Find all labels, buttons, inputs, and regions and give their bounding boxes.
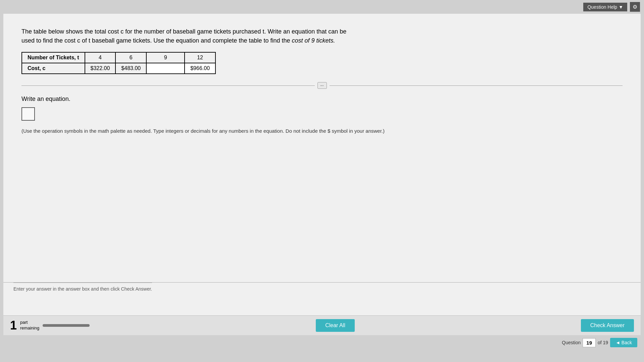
table-cell-tickets-4: 4 bbox=[85, 52, 116, 63]
divider-row: ··· bbox=[21, 82, 623, 89]
top-bar: Question Help ▼ ⚙ bbox=[0, 0, 644, 14]
question-help-button[interactable]: Question Help ▼ bbox=[583, 3, 627, 11]
answer-box-container bbox=[21, 107, 623, 122]
table-header-cost: Cost, c bbox=[22, 63, 85, 74]
chevron-down-icon: ▼ bbox=[618, 4, 623, 10]
table-cell-cost-4: $322.00 bbox=[85, 63, 116, 74]
table-cell-tickets-12: 12 bbox=[185, 52, 215, 63]
gear-icon: ⚙ bbox=[633, 4, 637, 10]
part-label-line2: remaining bbox=[20, 325, 39, 331]
table-row-tickets: Number of Tickets, t 4 6 9 12 bbox=[22, 52, 215, 63]
problem-text-part2: used to find the cost c of t baseball ga… bbox=[21, 37, 290, 44]
ticket-table: Number of Tickets, t 4 6 9 12 Cost, c $3… bbox=[21, 52, 216, 74]
content-area: The table below shows the total cost c f… bbox=[11, 20, 633, 255]
question-help-label: Question Help bbox=[587, 4, 617, 10]
problem-text-italic: cost of 9 tickets. bbox=[292, 37, 335, 44]
problem-description: The table below shows the total cost c f… bbox=[21, 27, 623, 45]
progress-bar-fill bbox=[43, 324, 90, 327]
part-label: part remaining bbox=[20, 320, 39, 331]
divider-line-right bbox=[330, 85, 623, 86]
main-content: The table below shows the total cost c f… bbox=[3, 14, 641, 315]
write-equation-label: Write an equation. bbox=[21, 96, 623, 103]
back-button[interactable]: ◄ Back bbox=[610, 338, 637, 347]
answer-instructions-text: Enter your answer in the answer box and … bbox=[13, 283, 152, 292]
table-cell-cost-6: $483.00 bbox=[115, 63, 146, 74]
divider-line-left bbox=[21, 85, 315, 86]
answer-instructions-bar: Enter your answer in the answer box and … bbox=[3, 282, 641, 295]
expand-button[interactable]: ··· bbox=[317, 82, 327, 89]
part-number: 1 bbox=[10, 319, 17, 331]
check-answer-button[interactable]: Check Answer bbox=[581, 319, 634, 332]
of-total-label: of 19 bbox=[598, 340, 608, 345]
table-cell-cost-12: $966.00 bbox=[185, 63, 215, 74]
table-cell-tickets-6: 6 bbox=[115, 52, 146, 63]
problem-text-part1: The table below shows the total cost c f… bbox=[21, 28, 346, 35]
table-row-cost: Cost, c $322.00 $483.00 $966.00 bbox=[22, 63, 215, 74]
clear-all-button[interactable]: Clear All bbox=[316, 319, 355, 332]
question-number-box: 19 bbox=[583, 338, 596, 347]
cost-9-input[interactable] bbox=[152, 65, 179, 71]
table-cell-tickets-9: 9 bbox=[146, 52, 185, 63]
equation-answer-box[interactable] bbox=[21, 107, 35, 121]
bottom-bar: 1 part remaining Clear All Check Answer bbox=[3, 315, 641, 335]
table-header-tickets: Number of Tickets, t bbox=[22, 52, 85, 63]
nav-footer: Question 19 of 19 ◄ Back bbox=[0, 335, 644, 350]
progress-bar bbox=[43, 324, 90, 327]
instructions-text: (Use the operation symbols in the math p… bbox=[21, 127, 623, 135]
part-label-line1: part bbox=[20, 320, 39, 325]
question-label: Question bbox=[562, 340, 581, 345]
parts-remaining: 1 part remaining bbox=[10, 319, 90, 331]
table-cell-cost-9[interactable] bbox=[146, 63, 185, 74]
gear-button[interactable]: ⚙ bbox=[630, 2, 640, 12]
